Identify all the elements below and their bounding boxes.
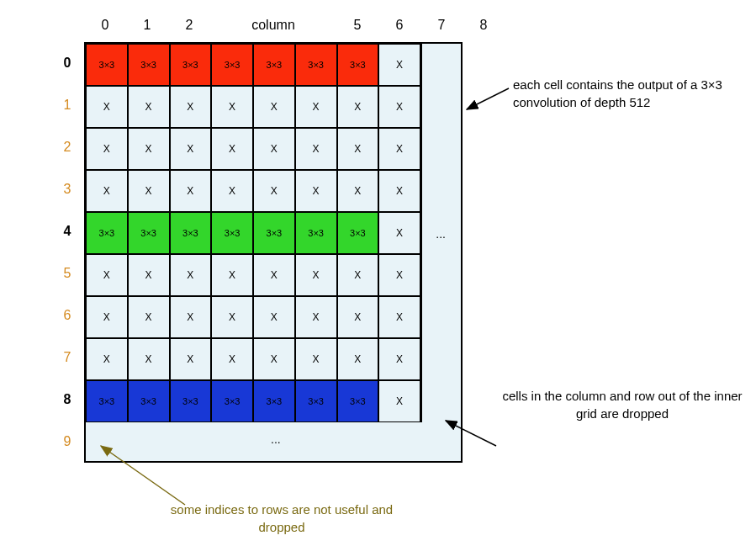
ellipsis-bottom: ...: [271, 432, 281, 446]
x-cell: X: [211, 296, 253, 338]
grid-row: 3×33×33×33×33×33×33×3X: [86, 380, 420, 422]
conv-cell: 3×3: [295, 212, 337, 254]
outer-grid-background: 3×33×33×33×33×33×33×3XXXXXXXXXXXXXXXXXXX…: [84, 42, 463, 463]
conv-cell: 3×3: [86, 212, 128, 254]
conv-cell: 3×3: [211, 44, 253, 86]
x-cell: X: [211, 254, 253, 296]
grid-row: 3×33×33×33×33×33×33×3X: [86, 212, 420, 254]
x-cell: X: [253, 338, 295, 380]
conv-cell: 3×3: [337, 380, 379, 422]
x-cell: X: [378, 254, 420, 296]
x-cell: X: [337, 338, 379, 380]
conv-cell: 3×3: [253, 44, 295, 86]
row-header: 3: [50, 168, 84, 210]
conv-cell: 3×3: [170, 380, 212, 422]
x-cell: X: [170, 254, 212, 296]
convolution-grid-diagram: 012column5678 0123456789 3×33×33×33×33×3…: [50, 8, 505, 463]
x-cell: X: [253, 254, 295, 296]
row-header: 0: [50, 42, 84, 84]
row-header: 4: [50, 210, 84, 252]
annotation-cell-description: each cell contains the output of a 3×3 c…: [513, 76, 732, 111]
x-cell: X: [170, 86, 212, 128]
column-headers: 012column5678: [84, 8, 505, 42]
x-cell: X: [128, 170, 170, 212]
column-header: 6: [378, 8, 420, 42]
grid-row: XXXXXXXX: [86, 296, 420, 338]
conv-cell: 3×3: [211, 212, 253, 254]
x-cell: X: [86, 338, 128, 380]
x-cell: X: [337, 86, 379, 128]
conv-cell: 3×3: [86, 44, 128, 86]
x-cell: X: [86, 128, 128, 170]
row-header: 8: [50, 379, 84, 421]
row-header: 2: [50, 126, 84, 168]
x-cell: X: [295, 128, 337, 170]
column-header: 7: [420, 8, 463, 42]
grid-body: 3×33×33×33×33×33×33×3XXXXXXXXXXXXXXXXXXX…: [86, 44, 420, 421]
x-cell: X: [253, 86, 295, 128]
x-cell: X: [378, 380, 420, 422]
x-cell: X: [128, 338, 170, 380]
x-cell: X: [253, 128, 295, 170]
column-header: 2: [168, 8, 210, 42]
conv-cell: 3×3: [170, 212, 212, 254]
x-cell: X: [211, 128, 253, 170]
grid-row: XXXXXXXX: [86, 170, 420, 212]
column-header: 1: [126, 8, 168, 42]
grid-row: XXXXXXXX: [86, 254, 420, 296]
conv-cell: 3×3: [253, 212, 295, 254]
conv-cell: 3×3: [337, 212, 379, 254]
x-cell: X: [337, 296, 379, 338]
conv-cell: 3×3: [170, 44, 212, 86]
x-cell: X: [86, 296, 128, 338]
annotation-dropped-outer: cells in the column and row out of the i…: [500, 387, 744, 422]
x-cell: X: [128, 296, 170, 338]
x-cell: X: [337, 254, 379, 296]
grid-row: XXXXXXXX: [86, 128, 420, 170]
row-headers: 0123456789: [50, 42, 84, 463]
row-header: 9: [50, 421, 84, 463]
x-cell: X: [295, 296, 337, 338]
x-cell: X: [295, 338, 337, 380]
grid-row: 3×33×33×33×33×33×33×3X: [86, 44, 420, 86]
x-cell: X: [337, 128, 379, 170]
column-header: column: [210, 8, 336, 42]
x-cell: X: [211, 338, 253, 380]
x-cell: X: [211, 170, 253, 212]
column-header: 8: [463, 8, 505, 42]
x-cell: X: [170, 170, 212, 212]
x-cell: X: [128, 128, 170, 170]
x-cell: X: [128, 254, 170, 296]
x-cell: X: [378, 128, 420, 170]
conv-cell: 3×3: [211, 380, 253, 422]
conv-cell: 3×3: [253, 380, 295, 422]
x-cell: X: [337, 170, 379, 212]
x-cell: X: [170, 296, 212, 338]
x-cell: X: [378, 338, 420, 380]
conv-cell: 3×3: [295, 380, 337, 422]
x-cell: X: [86, 170, 128, 212]
ellipsis-right: ...: [436, 227, 446, 241]
annotation-dropped-rows: some indices to rows are not useful and …: [156, 501, 408, 536]
conv-cell: 3×3: [128, 212, 170, 254]
row-header: 7: [50, 337, 84, 379]
conv-cell: 3×3: [295, 44, 337, 86]
x-cell: X: [86, 86, 128, 128]
x-cell: X: [378, 86, 420, 128]
conv-cell: 3×3: [128, 380, 170, 422]
column-header: 5: [336, 8, 378, 42]
x-cell: X: [295, 86, 337, 128]
x-cell: X: [170, 338, 212, 380]
x-cell: X: [378, 44, 420, 86]
x-cell: X: [211, 86, 253, 128]
x-cell: X: [378, 212, 420, 254]
row-header: 5: [50, 252, 84, 294]
x-cell: X: [295, 170, 337, 212]
row-header: 1: [50, 84, 84, 126]
x-cell: X: [128, 86, 170, 128]
inner-grid: 3×33×33×33×33×33×33×3XXXXXXXXXXXXXXXXXXX…: [86, 44, 422, 422]
x-cell: X: [378, 296, 420, 338]
x-cell: X: [295, 254, 337, 296]
conv-cell: 3×3: [337, 44, 379, 86]
grid-row: XXXXXXXX: [86, 338, 420, 380]
